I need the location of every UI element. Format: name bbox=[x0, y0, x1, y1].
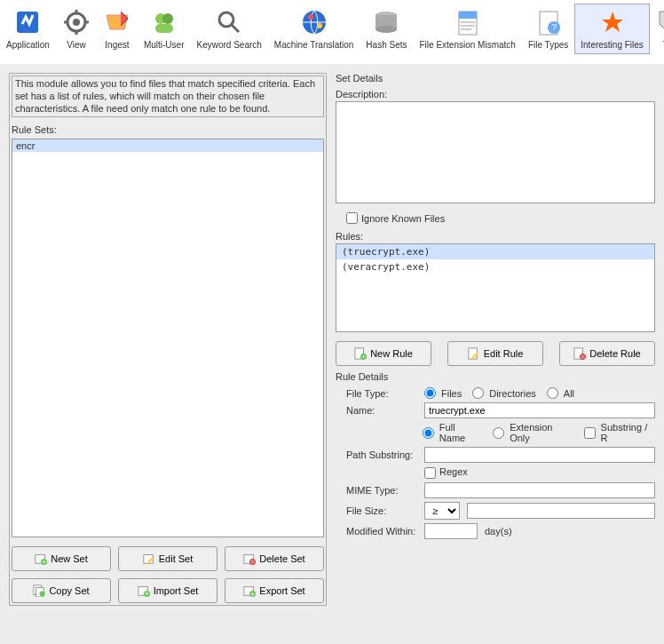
rule-sets-label: Rule Sets: bbox=[12, 124, 324, 135]
toolbar-view[interactable]: View bbox=[56, 4, 97, 54]
modified-within-input[interactable] bbox=[424, 523, 478, 539]
name-label: Name: bbox=[336, 405, 424, 416]
toolbar-multi[interactable]: Multi-User bbox=[138, 4, 191, 54]
rule-item[interactable]: (truecrypt.exe) bbox=[336, 244, 654, 259]
file-size-op[interactable]: ≥ bbox=[424, 502, 460, 520]
description-input[interactable] bbox=[336, 101, 655, 203]
name-mode-radios[interactable]: Full Name Extension Only Substring / R bbox=[423, 422, 655, 443]
toolbar-label: File Types bbox=[528, 40, 568, 50]
module-description: This module allows you to find files tha… bbox=[12, 76, 324, 117]
delete-set-button[interactable]: Delete Set bbox=[225, 546, 324, 571]
toolbar-tag[interactable]: Tag bbox=[650, 4, 664, 54]
svg-point-9 bbox=[317, 23, 322, 28]
right-pane: Set Details Description: Ignore Known Fi… bbox=[336, 73, 655, 606]
description-label: Description: bbox=[336, 89, 655, 99]
path-substring-input[interactable] bbox=[424, 447, 655, 463]
delete-rule-button[interactable]: Delete Rule bbox=[559, 341, 655, 366]
edit-set-button[interactable]: Edit Set bbox=[118, 546, 217, 571]
toolbar-label: Ingest bbox=[105, 40, 129, 50]
toolbar-hash[interactable]: Hash Sets bbox=[360, 4, 413, 54]
svg-point-6 bbox=[219, 12, 233, 27]
rule-details-label: Rule Details bbox=[336, 371, 655, 382]
rules-label: Rules: bbox=[336, 231, 655, 242]
ingest-icon bbox=[103, 8, 131, 36]
rule-sets-list[interactable]: encr bbox=[12, 139, 324, 537]
left-pane: This module allows you to find files tha… bbox=[9, 73, 327, 606]
copy-set-button[interactable]: Copy Set bbox=[12, 578, 111, 603]
toolbar-label: Interesting Files bbox=[581, 40, 644, 50]
toolbar-app[interactable]: Application bbox=[0, 4, 56, 54]
hash-icon bbox=[372, 8, 400, 36]
toolbar-label: File Extension Mismatch bbox=[420, 40, 516, 50]
toolbar-translate[interactable]: Machine Translation bbox=[268, 4, 360, 54]
view-icon bbox=[62, 8, 91, 36]
path-substring-label: Path Substring: bbox=[336, 449, 424, 460]
svg-point-25 bbox=[40, 591, 45, 596]
star-icon bbox=[598, 8, 627, 36]
regex-checkbox[interactable]: Regex bbox=[424, 466, 468, 479]
svg-point-4 bbox=[162, 13, 173, 24]
toolbar-types[interactable]: ?File Types bbox=[522, 4, 574, 54]
toolbar-label: Keyword Search bbox=[196, 40, 261, 50]
toolbar-label: Hash Sets bbox=[366, 40, 407, 50]
modified-within-label: Modified Within: bbox=[336, 526, 424, 537]
search-icon bbox=[215, 8, 243, 36]
svg-text:?: ? bbox=[551, 22, 557, 33]
new-set-button[interactable]: New Set bbox=[12, 546, 111, 571]
edit-rule-button[interactable]: Edit Rule bbox=[447, 341, 543, 366]
name-input[interactable] bbox=[424, 402, 655, 418]
mime-type-label: MIME Type: bbox=[336, 485, 424, 496]
svg-point-12 bbox=[375, 26, 397, 33]
toolbar-search[interactable]: Keyword Search bbox=[190, 4, 267, 54]
types-icon: ? bbox=[534, 8, 563, 36]
mismatch-icon bbox=[454, 8, 482, 36]
mime-type-input[interactable] bbox=[424, 482, 655, 498]
toolbar-ingest[interactable]: Ingest bbox=[97, 4, 138, 54]
rule-set-item[interactable]: encr bbox=[12, 139, 323, 152]
toolbar-label: View bbox=[67, 40, 86, 50]
svg-rect-14 bbox=[459, 12, 477, 19]
set-details-label: Set Details bbox=[336, 73, 655, 83]
ignore-known-checkbox[interactable]: Ignore Known Files bbox=[346, 212, 655, 224]
toolbar-mismatch[interactable]: File Extension Mismatch bbox=[414, 4, 522, 54]
toolbar-label: Application bbox=[6, 40, 50, 50]
svg-point-2 bbox=[73, 19, 80, 26]
file-size-input[interactable] bbox=[467, 503, 655, 519]
svg-point-8 bbox=[308, 14, 313, 20]
toolbar-label: Multi-User bbox=[144, 40, 185, 50]
file-type-radios[interactable]: Files Directories All bbox=[424, 387, 574, 399]
file-size-label: File Size: bbox=[336, 505, 424, 516]
file-type-label: File Type: bbox=[336, 388, 424, 399]
svg-rect-5 bbox=[155, 24, 173, 33]
rules-list[interactable]: (truecrypt.exe)(veracrypt.exe) bbox=[336, 243, 655, 332]
import-set-button[interactable]: Import Set bbox=[118, 578, 217, 603]
translate-icon bbox=[300, 8, 328, 36]
multi-icon bbox=[150, 8, 178, 36]
export-set-button[interactable]: Export Set bbox=[225, 578, 324, 603]
toolbar-star[interactable]: Interesting Files bbox=[574, 4, 650, 54]
app-icon bbox=[13, 8, 42, 36]
tag-icon bbox=[656, 8, 664, 36]
toolbar-label: Machine Translation bbox=[274, 40, 354, 50]
rule-item[interactable]: (veracrypt.exe) bbox=[336, 259, 654, 274]
new-rule-button[interactable]: New Rule bbox=[336, 341, 431, 366]
days-label: day(s) bbox=[485, 526, 512, 537]
